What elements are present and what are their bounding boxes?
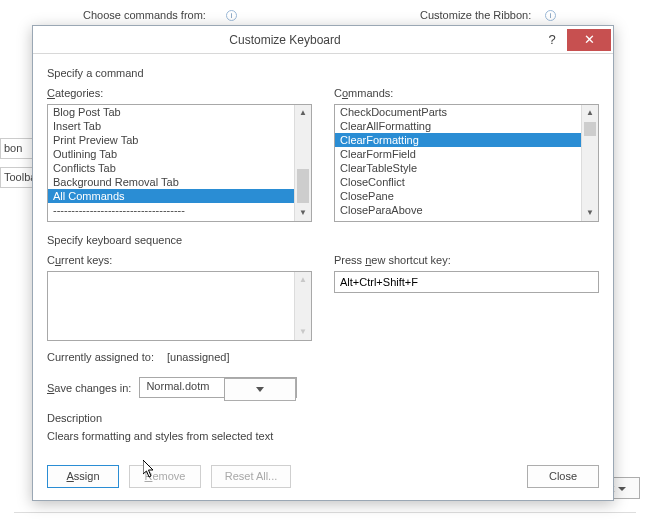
scroll-up-icon[interactable]: ▲ (582, 105, 598, 121)
save-changes-select[interactable]: Normal.dotm (139, 377, 297, 398)
scrollbar[interactable]: ▲ ▼ (581, 105, 598, 221)
scroll-up-icon[interactable]: ▲ (295, 272, 311, 288)
commands-listbox[interactable]: CheckDocumentPartsClearAllFormattingClea… (334, 104, 599, 222)
description-label: Description (47, 412, 599, 424)
list-item[interactable]: CheckDocumentParts (335, 105, 581, 119)
remove-button: Remove (129, 465, 201, 488)
titlebar: Customize Keyboard ? ✕ (33, 26, 613, 54)
list-item[interactable]: Blog Post Tab (48, 105, 294, 119)
list-item[interactable]: ClosePane (335, 189, 581, 203)
press-new-label: Press new shortcut key: (334, 254, 599, 266)
save-changes-value: Normal.dotm (140, 378, 224, 397)
list-item[interactable]: All Commands (48, 189, 294, 203)
scroll-thumb[interactable] (297, 169, 309, 203)
reset-all-button[interactable]: Reset All... (211, 465, 291, 488)
scrollbar[interactable]: ▲ ▼ (294, 105, 311, 221)
categories-listbox[interactable]: Blog Post TabInsert TabPrint Preview Tab… (47, 104, 312, 222)
list-item[interactable]: Insert Tab (48, 119, 294, 133)
info-icon[interactable]: i (545, 10, 556, 21)
current-keys-box[interactable]: ▲ ▼ (47, 271, 312, 341)
bg-partial-tab: bon (0, 138, 32, 159)
list-item[interactable]: Background Removal Tab (48, 175, 294, 189)
current-keys-label: Current keys: (47, 254, 312, 266)
close-button[interactable]: Close (527, 465, 599, 488)
new-shortcut-input[interactable] (334, 271, 599, 293)
scroll-down-icon[interactable]: ▼ (295, 324, 311, 340)
list-item[interactable]: ClearFormatting (335, 133, 581, 147)
scroll-up-icon[interactable]: ▲ (295, 105, 311, 121)
bg-partial-tab: Toolba (0, 167, 32, 188)
customize-ribbon-label: Customize the Ribbon: (420, 9, 531, 21)
list-item[interactable]: Conflicts Tab (48, 161, 294, 175)
list-item[interactable]: ------------------------------------ (48, 203, 294, 217)
categories-label: Categories: (47, 87, 312, 99)
description-body: Clears formatting and styles from select… (47, 430, 599, 442)
list-item[interactable]: Outlining Tab (48, 147, 294, 161)
specify-command-label: Specify a command (47, 67, 599, 79)
list-item[interactable]: CloseConflict (335, 175, 581, 189)
choose-commands-label: Choose commands from: (83, 9, 206, 21)
close-icon[interactable]: ✕ (567, 29, 611, 51)
customize-keyboard-dialog: Customize Keyboard ? ✕ Specify a command… (32, 25, 614, 501)
list-item[interactable]: CloseParaAbove (335, 203, 581, 217)
assign-button[interactable]: Assign (47, 465, 119, 488)
scroll-thumb[interactable] (584, 122, 596, 136)
specify-sequence-label: Specify keyboard sequence (47, 234, 599, 246)
save-changes-label: Save changes in: (47, 382, 131, 394)
list-item[interactable]: ClearFormField (335, 147, 581, 161)
help-button[interactable]: ? (537, 29, 567, 51)
currently-assigned-value: [unassigned] (167, 351, 229, 363)
currently-assigned-label: Currently assigned to: (47, 351, 154, 363)
chevron-down-icon[interactable] (224, 378, 296, 401)
commands-label: Commands: (334, 87, 599, 99)
scrollbar[interactable]: ▲ ▼ (294, 272, 311, 340)
list-item[interactable]: ClearTableStyle (335, 161, 581, 175)
dialog-title: Customize Keyboard (33, 33, 537, 47)
scroll-down-icon[interactable]: ▼ (582, 205, 598, 221)
list-item[interactable]: Print Preview Tab (48, 133, 294, 147)
list-item[interactable]: ClearAllFormatting (335, 119, 581, 133)
info-icon[interactable]: i (226, 10, 237, 21)
scroll-down-icon[interactable]: ▼ (295, 205, 311, 221)
